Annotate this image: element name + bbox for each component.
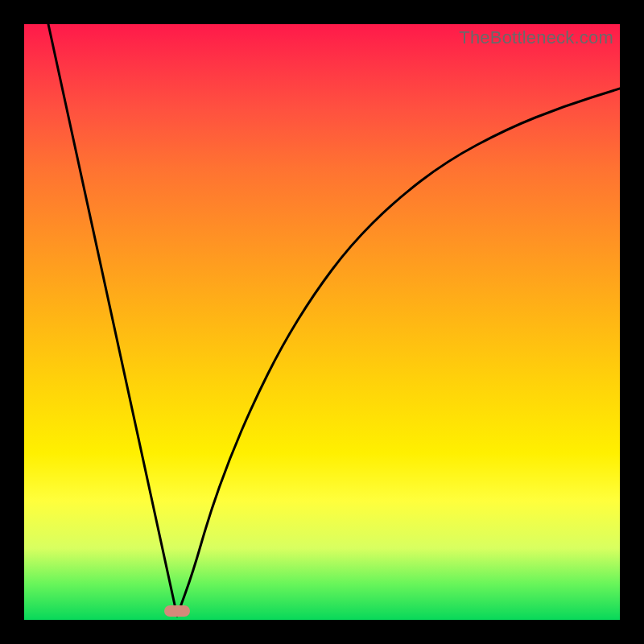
optimum-marker bbox=[164, 605, 190, 617]
v-curve bbox=[48, 24, 620, 616]
chart-frame: TheBottleneck.com bbox=[0, 0, 644, 644]
plot-area: TheBottleneck.com bbox=[24, 24, 620, 620]
curve-svg bbox=[24, 24, 620, 620]
